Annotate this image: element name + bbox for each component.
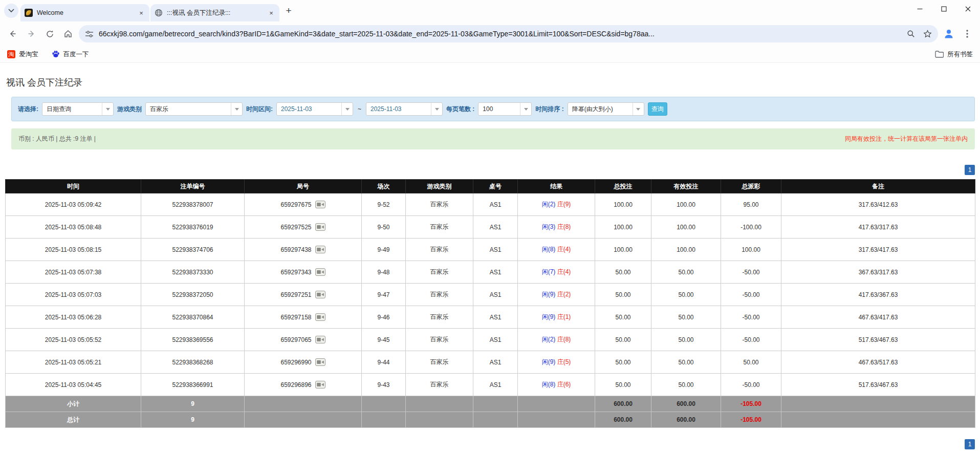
video-replay-icon[interactable] (315, 268, 325, 276)
video-replay-icon[interactable] (315, 381, 325, 388)
cell-result: 闲(9) 庄(5) (518, 351, 595, 374)
video-replay-icon[interactable] (315, 336, 325, 343)
cell-payout: -50.00 (721, 329, 781, 351)
per-page-select[interactable]: 100 (478, 102, 532, 116)
profile-avatar-icon (943, 28, 954, 39)
url-text[interactable]: 66cxkj98.com/game/betrecord_search/kind3… (99, 30, 900, 38)
minimize-button[interactable] (908, 0, 932, 17)
tab-search-button[interactable] (4, 4, 18, 18)
new-tab-button[interactable]: + (281, 4, 296, 18)
range-separator: ~ (357, 105, 362, 113)
cell-session: 9-46 (362, 306, 406, 329)
cell-table-no: AS1 (473, 284, 518, 306)
table-row: 2025-11-03 05:05:52 522938369556 6592970… (6, 329, 975, 351)
chevron-down-icon[interactable] (231, 103, 242, 115)
cell-table-no: AS1 (473, 351, 518, 374)
cell-bet-id: 522938369556 (141, 329, 245, 351)
search-button[interactable]: 查询 (648, 102, 667, 116)
cell-time: 2025-11-03 05:05:21 (6, 351, 141, 374)
total-total-bet: 600.00 (595, 412, 651, 428)
globe-icon (155, 9, 163, 17)
cell-table-no: AS1 (473, 239, 518, 261)
chevron-down-icon[interactable] (520, 103, 531, 115)
subtotal-label: 小计 (6, 396, 141, 412)
col-bet-id: 注单编号 (141, 180, 245, 193)
cell-payout: -100.00 (721, 216, 781, 239)
total-count: 9 (141, 412, 245, 428)
cell-total-bet: 50.00 (595, 284, 651, 306)
chevron-down-icon[interactable] (102, 103, 113, 115)
all-bookmarks-button[interactable]: 所有书签 (935, 50, 973, 59)
profile-button[interactable] (941, 26, 956, 41)
bookmark-star-button[interactable] (922, 28, 933, 39)
cell-note: 317.63/412.63 (781, 193, 975, 216)
zoom-level-button[interactable] (905, 28, 917, 39)
video-replay-icon[interactable] (315, 291, 325, 298)
cell-valid-bet: 50.00 (651, 306, 721, 329)
video-replay-icon[interactable] (315, 313, 325, 321)
col-valid-bet: 有效投注 (651, 180, 721, 193)
cell-time: 2025-11-03 05:07:03 (6, 284, 141, 306)
sort-value: 降幂(由大到小) (568, 103, 633, 115)
page-number-button[interactable]: 1 (965, 439, 975, 449)
date-end-value: 2025-11-03 (366, 103, 431, 115)
query-mode-select[interactable]: 日期查询 (42, 102, 114, 116)
col-time: 时间 (6, 180, 141, 193)
home-button[interactable] (60, 26, 76, 41)
game-type-select[interactable]: 百家乐 (145, 102, 243, 116)
video-replay-icon[interactable] (315, 223, 325, 231)
tab-close-icon[interactable]: × (137, 9, 145, 17)
reload-button[interactable] (42, 26, 57, 41)
address-bar[interactable]: 66cxkj98.com/game/betrecord_search/kind3… (79, 25, 938, 42)
page-number-button[interactable]: 1 (965, 165, 975, 175)
cell-game-type: 百家乐 (406, 284, 473, 306)
date-start-select[interactable]: 2025-11-03 (276, 102, 353, 116)
cell-bet-id: 522938366991 (141, 374, 245, 396)
cell-result: 闲(2) 庄(8) (518, 329, 595, 351)
back-arrow-icon (8, 29, 17, 38)
taobao-icon: 淘 (7, 50, 15, 58)
video-replay-icon[interactable] (315, 246, 325, 253)
tab-welcome[interactable]: Welcome × (20, 4, 149, 21)
cell-session: 9-45 (362, 329, 406, 351)
site-controls-icon[interactable] (85, 30, 94, 38)
cell-round-id: 659297525 (245, 216, 362, 239)
col-payout: 总派彩 (721, 180, 781, 193)
cell-result: 闲(7) 庄(4) (518, 261, 595, 284)
table-row: 2025-11-03 05:08:15 522938374706 6592974… (6, 239, 975, 261)
chevron-down-icon[interactable] (633, 103, 644, 115)
folder-icon (935, 51, 944, 58)
video-replay-icon[interactable] (315, 358, 325, 366)
back-button[interactable] (5, 26, 20, 41)
date-end-select[interactable]: 2025-11-03 (366, 102, 443, 116)
cell-table-no: AS1 (473, 216, 518, 239)
cell-round-id: 659297675 (245, 193, 362, 216)
cell-valid-bet: 100.00 (651, 193, 721, 216)
chevron-down-icon[interactable] (341, 103, 353, 115)
video-replay-icon[interactable] (315, 201, 325, 208)
cell-note: 367.63/317.63 (781, 261, 975, 284)
cell-note: 417.63/317.63 (781, 216, 975, 239)
cell-game-type: 百家乐 (406, 239, 473, 261)
sort-select[interactable]: 降幂(由大到小) (568, 102, 644, 116)
close-window-button[interactable] (956, 0, 980, 17)
browser-menu-button[interactable] (960, 26, 975, 41)
cell-time: 2025-11-03 05:08:15 (6, 239, 141, 261)
cell-note: 417.63/367.63 (781, 284, 975, 306)
bookmark-taobao[interactable]: 淘 爱淘宝 (7, 50, 38, 59)
cell-note: 517.63/467.63 (781, 374, 975, 396)
close-icon (965, 6, 971, 12)
tab-close-icon[interactable]: × (267, 9, 275, 17)
home-icon (63, 29, 73, 38)
subtotal-valid-bet: 600.00 (651, 396, 721, 412)
tab-betrecord[interactable]: :::视讯 会员下注纪录::: × (150, 4, 279, 21)
bookmark-baidu[interactable]: 百度一下 (52, 50, 89, 59)
forward-button[interactable] (24, 26, 39, 41)
cell-game-type: 百家乐 (406, 374, 473, 396)
chevron-down-icon[interactable] (431, 103, 442, 115)
star-icon (923, 30, 932, 38)
cell-valid-bet: 50.00 (651, 374, 721, 396)
col-game-type: 游戏类别 (406, 180, 473, 193)
page-content: 视讯 会员下注纪录 请选择: 日期查询 游戏类别 百家乐 时间区间: 2025-… (0, 63, 980, 476)
maximize-button[interactable] (932, 0, 956, 17)
